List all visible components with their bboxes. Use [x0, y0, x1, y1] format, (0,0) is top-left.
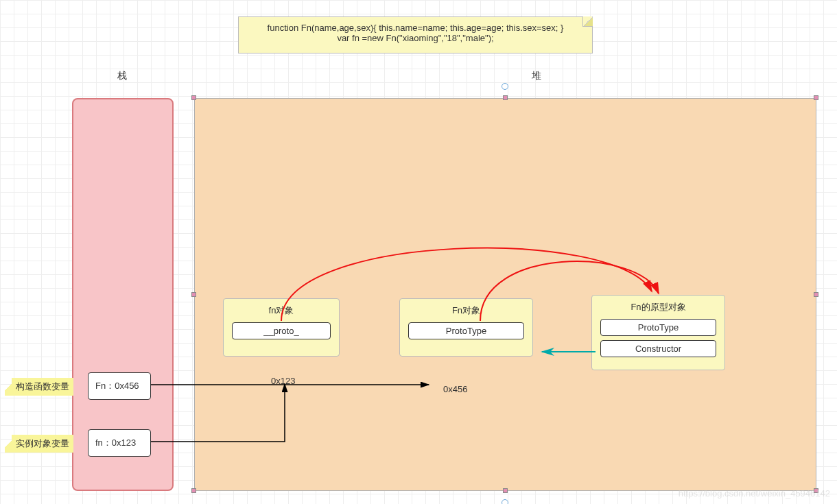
fn-instance-box: fn对象 __proto_: [223, 298, 340, 357]
fn-instance-proto: __proto_: [232, 322, 331, 339]
sel-handle-ml[interactable]: [191, 292, 196, 297]
sel-port-bottom[interactable]: [502, 499, 508, 504]
code-line1: function Fn(name,age,sex){ this.name=nam…: [247, 23, 584, 33]
sel-handle-bm[interactable]: [503, 488, 508, 493]
code-line2: var fn =new Fn("xiaoming","18","male");: [247, 33, 584, 43]
sel-handle-mr[interactable]: [814, 292, 818, 297]
stack-label: 栈: [117, 70, 127, 82]
fn-instance-title: fn对象: [224, 304, 339, 317]
stack-var-fn-instance: fn：0x123: [88, 429, 151, 457]
fn-instance-addr: 0x123: [271, 376, 295, 386]
fn-constructor-addr: 0x456: [443, 384, 467, 394]
fn-prototype-box: Fn的原型对象 ProtoType Constructor: [591, 295, 725, 370]
fn-prototype-constructor: Constructor: [600, 340, 716, 357]
watermark: https://blog.csdn.net/weixin_45946142: [679, 488, 830, 499]
stack-var-fn-constructor: Fn：0x456: [88, 372, 151, 400]
fn-prototype-title: Fn的原型对象: [592, 301, 724, 313]
code-note: function Fn(name,age,sex){ this.name=nam…: [238, 16, 593, 53]
side-label-instance: 实例对象变量: [12, 435, 73, 453]
sel-port-top[interactable]: [502, 83, 508, 90]
fn-constructor-prototype: ProtoType: [408, 322, 524, 339]
side-label-constructor: 构造函数变量: [12, 378, 73, 396]
heap-label: 堆: [532, 70, 541, 82]
sel-handle-bl[interactable]: [191, 488, 196, 493]
sel-handle-tr[interactable]: [814, 95, 818, 100]
fn-constructor-title: Fn对象: [400, 304, 532, 317]
sel-handle-tl[interactable]: [191, 95, 196, 100]
fn-prototype-prototype: ProtoType: [600, 319, 716, 336]
sel-handle-tm[interactable]: [503, 95, 508, 100]
fn-constructor-box: Fn对象 ProtoType: [399, 298, 533, 357]
